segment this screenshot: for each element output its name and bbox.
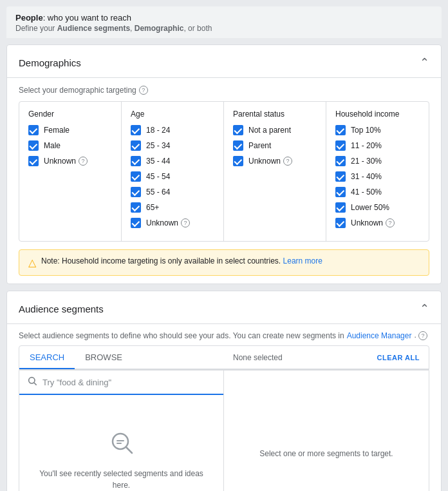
search-empty-state: You'll see recently selected segments an… <box>19 395 223 491</box>
gender-column: Gender Female Male Unknown ? <box>19 102 122 241</box>
demographics-section-label: Select your demographic targeting ? <box>19 86 429 95</box>
gender-female-checkbox[interactable] <box>28 125 39 135</box>
gender-col-header: Gender <box>28 110 112 119</box>
parental-unknown-checkbox[interactable] <box>233 156 243 166</box>
age-45-54-checkbox[interactable] <box>131 171 141 182</box>
audience-tabs-area: SEARCH BROWSE None selected CLEAR ALL <box>7 345 441 491</box>
income-column: Household income Top 10% 11 - 20% 21 - 3… <box>326 102 429 241</box>
household-income-warning: △ Note: Household income targeting is on… <box>19 249 429 276</box>
income-top10-item: Top 10% <box>335 125 420 135</box>
age-unknown-help-icon[interactable]: ? <box>181 218 190 227</box>
age-18-24-checkbox[interactable] <box>131 125 141 135</box>
income-31-40-checkbox[interactable] <box>335 171 346 182</box>
svg-rect-4 <box>117 440 124 441</box>
learn-more-link[interactable]: Learn more <box>283 256 322 265</box>
income-unknown-checkbox[interactable] <box>335 218 346 228</box>
audience-body: Select audience segments to define who s… <box>7 324 441 491</box>
income-unknown-help-icon[interactable]: ? <box>386 218 395 227</box>
audience-help-icon[interactable]: ? <box>418 331 427 340</box>
gender-male-checkbox[interactable] <box>28 140 39 151</box>
age-35-44-item: 35 - 44 <box>131 156 214 166</box>
age-65-plus-label: 65+ <box>146 203 159 212</box>
audience-section-label-area: Select audience segments to define who s… <box>7 324 441 345</box>
audience-collapse-icon[interactable]: ⌃ <box>420 302 429 316</box>
income-31-40-item: 31 - 40% <box>335 171 420 182</box>
age-18-24-label: 18 - 24 <box>146 126 170 135</box>
page-subtitle: Define your Audience segments, Demograph… <box>15 24 433 33</box>
parental-unknown-item: Unknown ? <box>233 156 317 166</box>
income-lower50-checkbox[interactable] <box>335 202 346 213</box>
audience-section-label: Select audience segments to define who s… <box>19 331 429 340</box>
parental-unknown-help-icon[interactable]: ? <box>283 157 292 166</box>
audience-tabs: SEARCH BROWSE <box>19 346 224 369</box>
audience-title: Audience segments <box>19 303 104 314</box>
income-11-20-checkbox[interactable] <box>335 140 346 151</box>
audience-card: Audience segments ⌃ Select audience segm… <box>6 291 442 491</box>
svg-line-1 <box>34 383 37 385</box>
income-41-50-item: 41 - 50% <box>335 187 420 197</box>
none-selected-label: None selected <box>233 353 283 362</box>
search-box <box>19 371 223 395</box>
age-col-header: Age <box>131 110 214 119</box>
svg-rect-5 <box>117 443 122 444</box>
tab-browse[interactable]: BROWSE <box>75 346 133 369</box>
income-41-50-label: 41 - 50% <box>351 188 382 197</box>
age-55-64-item: 55 - 64 <box>131 187 214 197</box>
page-title-bold: People <box>15 13 43 23</box>
audience-content: You'll see recently selected segments an… <box>19 370 429 491</box>
age-35-44-label: 35 - 44 <box>146 157 170 166</box>
demographics-header: Demographics ⌃ <box>7 45 441 78</box>
parental-parent-label: Parent <box>248 141 271 150</box>
page-header: People: who you want to reach Define you… <box>6 6 442 38</box>
age-55-64-checkbox[interactable] <box>131 187 141 197</box>
age-45-54-item: 45 - 54 <box>131 171 214 182</box>
income-col-header: Household income <box>335 110 420 119</box>
income-41-50-checkbox[interactable] <box>335 187 346 197</box>
svg-line-3 <box>126 447 132 453</box>
search-input[interactable] <box>42 378 216 387</box>
demographics-help-icon[interactable]: ? <box>139 86 148 95</box>
age-65-plus-checkbox[interactable] <box>131 202 141 213</box>
gender-unknown-item: Unknown ? <box>28 156 112 166</box>
age-unknown-checkbox[interactable] <box>131 218 141 228</box>
age-18-24-item: 18 - 24 <box>131 125 214 135</box>
clear-all-button[interactable]: CLEAR ALL <box>377 354 420 361</box>
parental-parent-checkbox[interactable] <box>233 140 243 151</box>
parental-col-header: Parental status <box>233 110 317 119</box>
income-31-40-label: 31 - 40% <box>351 172 382 181</box>
income-top10-label: Top 10% <box>351 126 381 135</box>
parental-not-parent-item: Not a parent <box>233 125 317 135</box>
income-unknown-label: Unknown ? <box>351 218 395 227</box>
audience-manager-link[interactable]: Audience Manager <box>347 331 412 340</box>
age-25-34-item: 25 - 34 <box>131 140 214 151</box>
age-unknown-label: Unknown ? <box>146 218 190 227</box>
age-55-64-label: 55 - 64 <box>146 188 170 197</box>
demographics-collapse-icon[interactable]: ⌃ <box>420 55 429 70</box>
audience-help-icon-span: . ? <box>414 331 427 340</box>
income-top10-checkbox[interactable] <box>335 125 346 135</box>
demographics-grid: Gender Female Male Unknown ? <box>19 101 429 242</box>
parental-column: Parental status Not a parent Parent Unkn… <box>224 102 326 241</box>
search-empty-text: You'll see recently selected segments an… <box>32 468 210 492</box>
age-column: Age 18 - 24 25 - 34 35 - 44 <box>122 102 224 241</box>
warning-text: Note: Household income targeting is only… <box>41 256 322 265</box>
parental-not-parent-label: Not a parent <box>248 126 291 135</box>
audience-right-header: None selected CLEAR ALL <box>224 346 429 369</box>
gender-unknown-checkbox[interactable] <box>28 156 39 166</box>
parental-not-parent-checkbox[interactable] <box>233 125 243 135</box>
income-lower50-label: Lower 50% <box>351 203 389 212</box>
tab-search[interactable]: SEARCH <box>19 346 75 369</box>
age-25-34-checkbox[interactable] <box>131 140 141 151</box>
income-21-30-label: 21 - 30% <box>351 157 382 166</box>
gender-unknown-help-icon[interactable]: ? <box>79 157 88 166</box>
gender-male-item: Male <box>28 140 112 151</box>
age-35-44-checkbox[interactable] <box>131 156 141 166</box>
income-21-30-checkbox[interactable] <box>335 156 346 166</box>
age-65-plus-item: 65+ <box>131 202 214 213</box>
warning-icon: △ <box>28 256 36 269</box>
age-unknown-item: Unknown ? <box>131 218 214 228</box>
income-11-20-item: 11 - 20% <box>335 140 420 151</box>
search-icon <box>27 376 37 389</box>
gender-female-label: Female <box>44 126 70 135</box>
page-title-rest: : who you want to reach <box>43 13 131 23</box>
